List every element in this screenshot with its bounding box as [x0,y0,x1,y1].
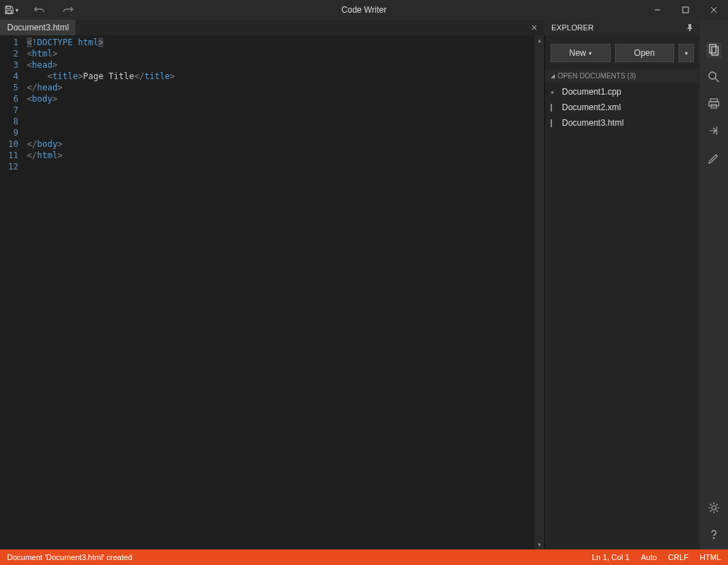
sidebar-header-spacer [700,20,728,35]
print-icon [708,97,720,110]
open-documents-label: OPEN DOCUMENTS (3) [558,72,636,80]
svg-point-8 [709,72,716,79]
code-line[interactable]: <head> [27,59,534,71]
file-item[interactable]: Document3.html [545,115,700,131]
pencil-icon [708,151,720,164]
svg-rect-6 [710,44,716,53]
save-icon [4,5,14,15]
code-line[interactable] [27,116,534,127]
scroll-up-icon[interactable]: ▴ [534,37,544,44]
file-name: Document3.html [562,118,623,128]
document-icon [551,105,556,111]
tab-close-button[interactable]: × [527,22,541,33]
line-number: 12 [0,161,18,172]
line-number-gutter: 123456789101112 [0,35,23,549]
open-documents-header[interactable]: ◢ OPEN DOCUMENTS (3) [545,69,700,83]
search-button[interactable] [706,69,722,85]
code-area[interactable]: <!DOCTYPE html><html><head> <title>Page … [23,35,534,549]
status-position[interactable]: Ln 1, Col 1 [592,553,629,561]
search-icon [708,71,720,83]
vertical-scrollbar[interactable]: ▴ ▾ [534,35,544,549]
line-number: 9 [0,127,18,138]
code-line[interactable] [27,161,534,172]
line-number: 2 [0,48,18,59]
svg-rect-11 [709,102,719,106]
code-line[interactable]: </head> [27,82,534,93]
code-line[interactable]: <html> [27,48,534,59]
maximize-icon [682,6,689,13]
code-line[interactable]: </body> [27,138,534,150]
status-lang[interactable]: HTML [700,553,721,561]
status-message: Document 'Document3.html' created [7,553,592,561]
tabbar: Document3.html × [0,20,544,35]
file-list: ●Document1.cppDocument2.xmlDocument3.htm… [545,83,700,132]
open-button-label: Open [634,48,654,58]
svg-rect-10 [710,99,717,102]
line-number: 4 [0,71,18,82]
scroll-down-icon[interactable]: ▾ [534,541,544,548]
svg-point-14 [713,537,714,538]
documents-icon [708,44,720,56]
code-line[interactable]: <body> [27,93,534,105]
line-number: 5 [0,82,18,93]
code-line[interactable] [27,127,534,138]
open-dropdown-button[interactable]: ▾ [679,44,694,62]
editor[interactable]: 123456789101112 <!DOCTYPE html><html><he… [0,35,544,549]
svg-rect-3 [683,7,688,13]
file-name: Document2.xml [562,102,621,112]
documents-button[interactable] [706,42,722,58]
status-eol[interactable]: CRLF [668,553,688,561]
triangle-down-icon: ◢ [551,73,555,79]
document-icon [551,120,556,126]
chevron-down-icon: ▾ [589,50,592,56]
titlebar-left-controls: ▾ [0,3,75,17]
status-indent[interactable]: Auto [641,553,657,561]
open-button[interactable]: Open [615,44,675,62]
svg-rect-0 [7,6,11,9]
line-number: 11 [0,150,18,161]
share-icon [708,124,720,137]
undo-icon [34,6,45,14]
line-number: 3 [0,59,18,71]
chevron-down-icon: ▾ [685,50,688,56]
help-icon [708,528,720,541]
line-number: 7 [0,105,18,116]
tab-label: Document3.html [7,23,69,32]
gear-icon [708,501,720,514]
pin-icon[interactable] [687,24,693,31]
redo-icon [62,6,74,14]
edit-button[interactable] [706,150,722,165]
minimize-button[interactable] [643,0,671,20]
line-number: 8 [0,116,18,127]
svg-rect-7 [712,47,718,55]
close-button[interactable] [700,0,728,20]
line-number: 6 [0,93,18,105]
new-button-label: New [569,48,586,58]
explorer-panel: New ▾ Open ▾ ◢ OPEN DOCUMENTS (3) ●Docum… [544,35,700,549]
save-dropdown[interactable]: ▾ [4,5,18,15]
undo-button[interactable] [33,3,47,17]
new-button[interactable]: New ▾ [551,44,611,62]
svg-line-9 [715,78,719,82]
tab-document[interactable]: Document3.html [0,20,76,35]
svg-point-13 [712,506,716,510]
print-button[interactable] [706,96,722,112]
titlebar: ▾ Code Writer [0,0,728,20]
maximize-button[interactable] [671,0,700,20]
svg-rect-1 [7,11,12,13]
share-button[interactable] [706,123,722,138]
code-line[interactable]: <title>Page Title</title> [27,71,534,82]
close-icon [710,6,717,13]
unsaved-indicator-icon: ● [551,89,556,95]
file-item[interactable]: Document2.xml [545,100,700,115]
help-button[interactable] [706,527,722,542]
explorer-buttons: New ▾ Open ▾ [545,35,700,69]
code-line[interactable] [27,105,534,116]
file-item[interactable]: ●Document1.cpp [545,84,700,100]
settings-button[interactable] [706,500,722,516]
code-line[interactable]: <!DOCTYPE html> [27,37,534,48]
explorer-title: EXPLORER [551,23,594,32]
redo-button[interactable] [61,3,75,17]
code-line[interactable]: </html> [27,150,534,161]
line-number: 1 [0,37,18,48]
